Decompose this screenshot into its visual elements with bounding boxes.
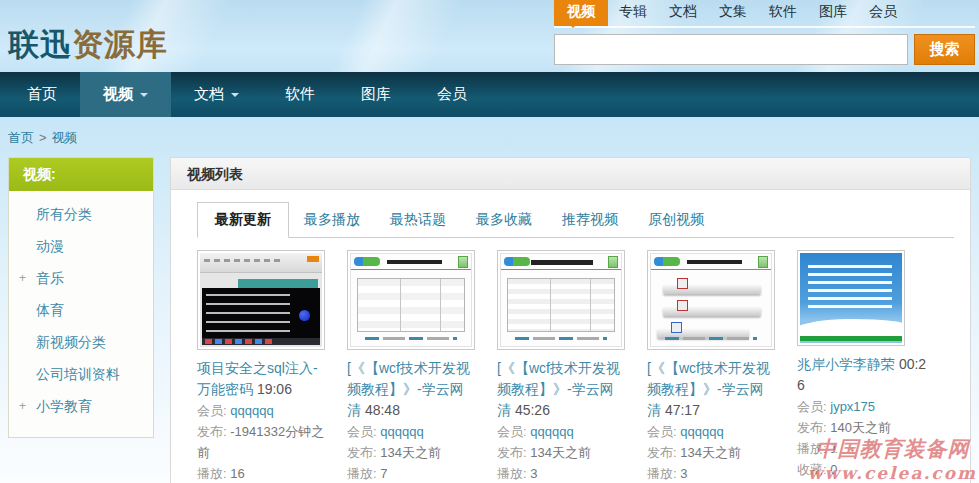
member-link[interactable]: qqqqqq — [380, 424, 423, 439]
sidebar-item-label: 体育 — [36, 302, 64, 318]
sidebar-title: 视频: — [9, 158, 153, 191]
breadcrumb-current[interactable]: 视频 — [52, 130, 78, 145]
search-row: 搜索 — [554, 34, 975, 65]
sort-tab-最多收藏[interactable]: 最多收藏 — [461, 203, 547, 237]
site-logo: 联迅资源库 — [8, 24, 168, 66]
published-value: 140天之前 — [830, 420, 891, 435]
video-title-row: [《【wcf技术开发视频教程】》-学云网清 47:17 — [647, 358, 777, 421]
panel-title: 视频列表 — [171, 158, 970, 190]
category-sidebar: 视频: 所有分类动漫+音乐体育新视频分类公司培训资料+小学教育 — [8, 157, 154, 438]
video-title-row: [《【wcf技术开发视频教程】》-学云网清 45:26 — [497, 358, 627, 421]
member-link[interactable]: jypx175 — [830, 399, 875, 414]
published-value: 134天之前 — [530, 445, 591, 460]
video-member-row: 会员: qqqqqq — [647, 421, 777, 442]
plays-value: 3 — [530, 466, 537, 481]
sidebar-item-label: 所有分类 — [36, 206, 92, 222]
video-duration: 47:17 — [665, 402, 700, 418]
nav-item-文档[interactable]: 文档 — [171, 72, 262, 117]
logo-part-1: 联迅 — [8, 27, 72, 62]
nav-item-label: 图库 — [361, 85, 391, 104]
sidebar-item-小学教育[interactable]: +小学教育 — [9, 391, 153, 423]
video-thumbnail[interactable] — [347, 250, 475, 350]
video-thumbnail[interactable] — [497, 250, 625, 350]
video-title-link[interactable]: 兆岸小学李静荣 — [797, 356, 895, 372]
video-duration: 48:48 — [365, 402, 400, 418]
video-published-row: 发布: 134天之前 — [647, 442, 777, 463]
sort-tab-最新更新[interactable]: 最新更新 — [197, 202, 289, 238]
nav-item-软件[interactable]: 软件 — [262, 72, 338, 117]
nav-item-label: 软件 — [285, 85, 315, 104]
breadcrumb-home-link[interactable]: 首页 — [8, 130, 34, 145]
video-published-row: 发布: 140天之前 — [797, 417, 927, 438]
nav-item-首页[interactable]: 首页 — [4, 72, 80, 117]
sidebar-item-所有分类[interactable]: 所有分类 — [9, 199, 153, 231]
nav-item-label: 首页 — [27, 85, 57, 104]
published-value: 134天之前 — [680, 445, 741, 460]
video-thumbnail[interactable] — [797, 250, 905, 346]
top-tab-图库[interactable]: 图库 — [808, 0, 858, 26]
page-body: 首页>视频 视频: 所有分类动漫+音乐体育新视频分类公司培训资料+小学教育 视频… — [0, 117, 979, 483]
site-header: 联迅资源库 视频专辑文档文集软件图库会员 搜索 — [0, 0, 979, 72]
sort-tab-原创视频[interactable]: 原创视频 — [633, 203, 719, 237]
video-card: [《【wcf技术开发视频教程】》-学云网清 45:26 会员: qqqqqq 发… — [497, 250, 627, 483]
video-thumbnail[interactable] — [197, 250, 325, 350]
sort-tab-最多播放[interactable]: 最多播放 — [289, 203, 375, 237]
video-title-row: 项目安全之sql注入-万能密码 19:06 — [197, 358, 327, 400]
plays-value: 16 — [230, 466, 244, 481]
main-navigation-bar: 首页视频文档软件图库会员 — [0, 72, 979, 117]
chevron-down-icon — [231, 93, 239, 101]
video-duration: 45:26 — [515, 402, 550, 418]
top-tab-视频[interactable]: 视频 — [554, 0, 608, 26]
video-member-row: 会员: qqqqqq — [197, 400, 327, 421]
sidebar-item-动漫[interactable]: 动漫 — [9, 231, 153, 263]
published-value: 134天之前 — [380, 445, 441, 460]
top-tab-会员[interactable]: 会员 — [858, 0, 908, 26]
sidebar-item-新视频分类[interactable]: 新视频分类 — [9, 327, 153, 359]
nav-item-label: 文档 — [194, 85, 224, 104]
search-input[interactable] — [554, 34, 908, 65]
video-card: [《【wcf技术开发视频教程】》-学云网清 47:17 会员: qqqqqq 发… — [647, 250, 777, 483]
member-link[interactable]: qqqqqq — [680, 424, 723, 439]
video-published-row: 发布: 134天之前 — [497, 442, 627, 463]
sidebar-item-体育[interactable]: 体育 — [9, 295, 153, 327]
top-tab-专辑[interactable]: 专辑 — [608, 0, 658, 26]
breadcrumb-separator: > — [39, 130, 47, 145]
top-tab-文集[interactable]: 文集 — [708, 0, 758, 26]
video-plays-row: 播放: 16 — [197, 463, 327, 483]
nav-item-视频[interactable]: 视频 — [80, 72, 171, 117]
video-card: [《【wcf技术开发视频教程】》-学云网清 48:48 会员: qqqqqq 发… — [347, 250, 477, 483]
nav-item-label: 会员 — [437, 85, 467, 104]
nav-item-会员[interactable]: 会员 — [414, 72, 490, 117]
sidebar-item-label: 音乐 — [36, 270, 64, 286]
video-card: 项目安全之sql注入-万能密码 19:06 会员: qqqqqq 发布: -19… — [197, 250, 327, 483]
member-link[interactable]: qqqqqq — [530, 424, 573, 439]
video-member-row: 会员: qqqqqq — [347, 421, 477, 442]
plays-value: 1 — [830, 441, 837, 456]
nav-item-图库[interactable]: 图库 — [338, 72, 414, 117]
sort-tab-最热话题[interactable]: 最热话题 — [375, 203, 461, 237]
video-member-row: 会员: jypx175 — [797, 396, 927, 417]
video-title-row: 兆岸小学李静荣 00:26 — [797, 354, 927, 396]
video-published-row: 发布: -1941332分钟之前 — [197, 421, 327, 463]
nav-item-label: 视频 — [103, 85, 133, 104]
top-tab-文档[interactable]: 文档 — [658, 0, 708, 26]
expand-plus-icon[interactable]: + — [19, 399, 26, 413]
video-card-grid: 项目安全之sql注入-万能密码 19:06 会员: qqqqqq 发布: -19… — [171, 238, 970, 483]
member-link[interactable]: qqqqqq — [230, 403, 273, 418]
video-duration: 19:06 — [257, 381, 292, 397]
video-member-row: 会员: qqqqqq — [497, 421, 627, 442]
top-tab-软件[interactable]: 软件 — [758, 0, 808, 26]
video-published-row: 发布: 134天之前 — [347, 442, 477, 463]
video-thumbnail[interactable] — [647, 250, 775, 350]
search-button[interactable]: 搜索 — [914, 34, 975, 65]
sort-tab-推荐视频[interactable]: 推荐视频 — [547, 203, 633, 237]
logo-part-2: 资源库 — [72, 27, 168, 62]
sidebar-category-list: 所有分类动漫+音乐体育新视频分类公司培训资料+小学教育 — [9, 191, 153, 423]
sidebar-item-音乐[interactable]: +音乐 — [9, 263, 153, 295]
video-plays-row: 播放: 3 — [497, 463, 627, 483]
sidebar-item-公司培训资料[interactable]: 公司培训资料 — [9, 359, 153, 391]
expand-plus-icon[interactable]: + — [19, 271, 26, 285]
sidebar-item-label: 公司培训资料 — [36, 366, 120, 382]
video-sort-tabs: 最新更新最多播放最热话题最多收藏推荐视频原创视频 — [197, 204, 954, 238]
sidebar-item-label: 新视频分类 — [36, 334, 106, 350]
